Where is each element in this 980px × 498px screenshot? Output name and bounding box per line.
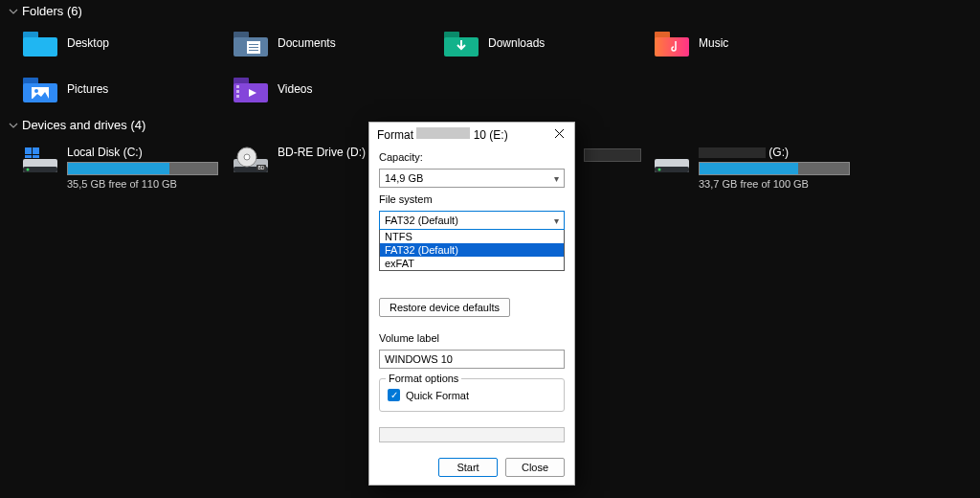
section-header-folders[interactable]: Folders (6) — [0, 0, 980, 22]
svg-point-31 — [244, 154, 250, 160]
svg-rect-7 — [249, 50, 258, 51]
drive-usage-bar — [699, 162, 850, 175]
checkbox-checked-icon: ✓ — [388, 389, 400, 401]
section-title: Devices and drives (4) — [22, 118, 145, 132]
videos-icon — [234, 76, 268, 102]
desktop-icon — [23, 30, 57, 57]
svg-rect-5 — [249, 44, 258, 45]
drive-usage-bar — [67, 162, 218, 175]
drive-name: Local Disk (C:) — [67, 146, 218, 159]
folder-downloads[interactable]: Downloads — [440, 26, 651, 60]
start-button[interactable]: Start — [438, 458, 498, 477]
drive-g[interactable]: (G:) 33,7 GB free of 100 GB — [651, 142, 861, 193]
drive-optical-icon: BD — [234, 146, 268, 174]
volume-label-label: Volume label — [379, 332, 565, 344]
svg-rect-19 — [236, 90, 239, 93]
filesystem-label: File system — [379, 193, 565, 205]
drive-subtext: 35,5 GB free of 110 GB — [67, 178, 218, 190]
folder-documents[interactable]: Documents — [230, 26, 440, 60]
dialog-titlebar[interactable]: Format 10 (E:) — [369, 123, 574, 146]
drive-c[interactable]: Local Disk (C:) 35,5 GB free of 110 GB — [19, 142, 230, 193]
documents-icon — [234, 30, 268, 57]
format-dialog: Format 10 (E:) Capacity: 14,9 GB ▾ File … — [368, 122, 575, 486]
section-title: Folders (6) — [22, 4, 82, 18]
filesystem-dropdown: NTFS FAT32 (Default) exFAT — [379, 230, 565, 271]
drive-os-icon — [23, 146, 57, 174]
filesystem-value: FAT32 (Default) — [385, 215, 458, 226]
filesystem-select[interactable]: FAT32 (Default) ▾ — [379, 211, 565, 230]
dialog-title: Format 10 (E:) — [377, 127, 508, 142]
fs-option-fat32[interactable]: FAT32 (Default) — [380, 243, 564, 257]
capacity-select[interactable]: 14,9 GB ▾ — [379, 169, 565, 188]
drive-hdd-icon — [655, 146, 689, 174]
svg-point-15 — [34, 89, 38, 93]
folder-label: Videos — [278, 82, 312, 96]
svg-point-36 — [658, 169, 661, 171]
svg-rect-25 — [33, 147, 39, 154]
quick-format-checkbox[interactable]: ✓ Quick Format — [388, 389, 556, 401]
svg-rect-1 — [23, 37, 57, 57]
drive-name: (G:) — [699, 146, 850, 159]
svg-rect-18 — [236, 85, 239, 88]
svg-rect-26 — [25, 155, 32, 158]
svg-rect-6 — [249, 47, 258, 48]
drive-subtext: 33,7 GB free of 100 GB — [699, 178, 850, 190]
format-progress-bar — [379, 427, 565, 442]
restore-defaults-button[interactable]: Restore device defaults — [379, 298, 510, 317]
svg-text:BD: BD — [258, 165, 265, 170]
music-icon — [655, 30, 689, 57]
svg-rect-20 — [236, 95, 239, 98]
svg-point-23 — [27, 169, 30, 171]
volume-label-input[interactable] — [379, 350, 565, 369]
chevron-down-icon: ▾ — [554, 173, 559, 184]
drive-usage-bar — [584, 148, 641, 162]
downloads-icon — [444, 30, 479, 57]
format-options-title: Format options — [386, 373, 461, 384]
folders-grid: Desktop Documents Downloads Music Pictur… — [0, 22, 980, 114]
capacity-label: Capacity: — [379, 151, 565, 163]
format-options-group: Format options ✓ Quick Format — [379, 378, 565, 412]
chevron-down-icon — [8, 120, 18, 130]
folder-label: Downloads — [488, 36, 545, 50]
chevron-down-icon: ▾ — [554, 215, 559, 226]
svg-rect-27 — [33, 155, 39, 158]
capacity-value: 14,9 GB — [385, 172, 423, 184]
pictures-icon — [23, 76, 57, 102]
folder-music[interactable]: Music — [651, 26, 861, 60]
folder-label: Documents — [278, 36, 336, 50]
close-icon[interactable] — [552, 126, 567, 142]
folder-videos[interactable]: Videos — [230, 72, 440, 106]
folder-label: Desktop — [67, 36, 109, 50]
drive-name: BD-RE Drive (D:) — [278, 146, 366, 159]
close-button[interactable]: Close — [505, 458, 565, 477]
redacted-text — [416, 127, 470, 139]
folder-label: Music — [699, 36, 728, 50]
svg-rect-24 — [25, 147, 32, 154]
chevron-down-icon — [8, 6, 18, 16]
folder-desktop[interactable]: Desktop — [19, 26, 230, 60]
quick-format-label: Quick Format — [406, 390, 469, 401]
fs-option-ntfs[interactable]: NTFS — [380, 230, 564, 243]
fs-option-exfat[interactable]: exFAT — [380, 257, 564, 270]
folder-label: Pictures — [67, 82, 108, 96]
folder-pictures[interactable]: Pictures — [19, 72, 230, 106]
